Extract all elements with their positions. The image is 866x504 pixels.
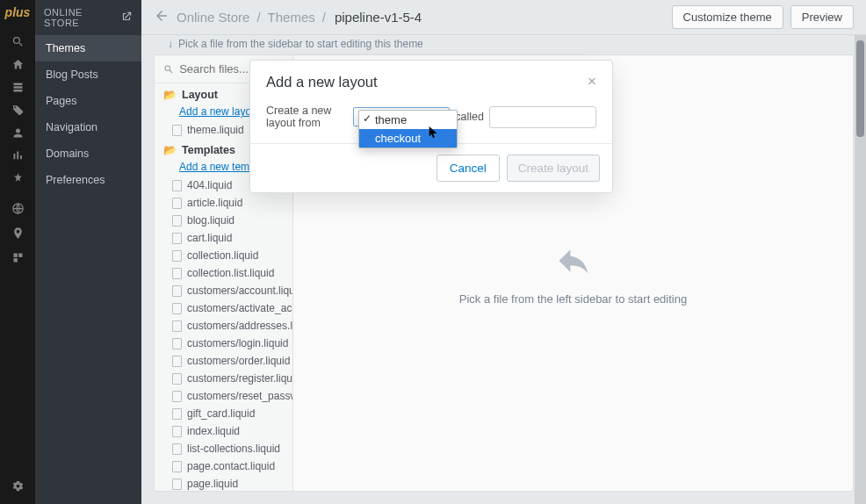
create-layout-button[interactable]: Create layout [507,155,600,182]
modal-title: Add a new layout [266,74,378,90]
layout-name-input[interactable] [489,106,596,128]
modal-text-after: called [455,111,484,123]
close-icon[interactable]: × [588,73,596,90]
modal-text-before: Create a new layout from [266,104,348,129]
layout-source-dropdown: themecheckout [358,110,458,148]
dropdown-option-checkout[interactable]: checkout [359,129,457,148]
dropdown-option-theme[interactable]: theme [359,111,457,129]
cancel-button[interactable]: Cancel [437,155,500,182]
